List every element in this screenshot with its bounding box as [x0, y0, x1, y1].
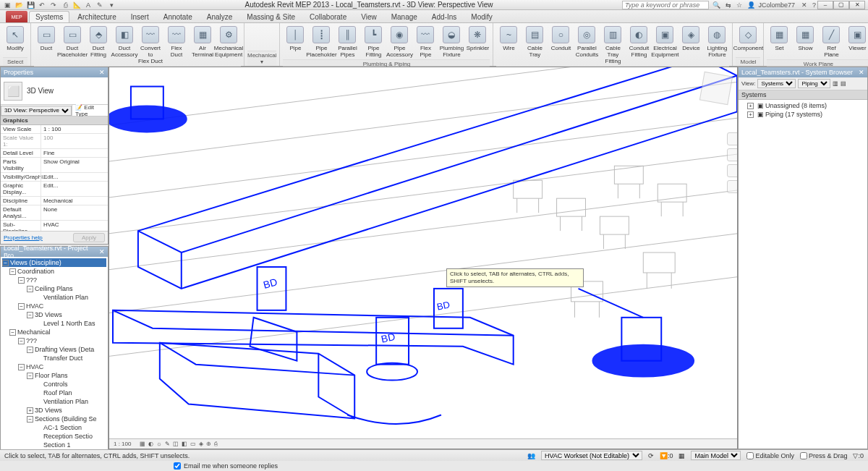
tree-toggle[interactable]: − [18, 303, 25, 310]
ribbon-button-convert-to-flex-duct[interactable]: 〰Convert to Flex Duct [138, 25, 163, 66]
zoom-icon[interactable] [727, 164, 738, 177]
ribbon-tab-add-ins[interactable]: Add-Ins [425, 11, 463, 22]
sync-icon[interactable]: ⟳ [648, 452, 654, 459]
edit-type-button[interactable]: 📝 Edit Type [72, 104, 108, 117]
properties-grid[interactable]: GraphicsView Scale1 : 100Scale Value 1:1… [1, 116, 108, 231]
ribbon-tab-manage[interactable]: Manage [385, 11, 424, 22]
ribbon-tab-analyze[interactable]: Analyze [200, 11, 239, 22]
ribbon-button-set[interactable]: ▦Set [767, 25, 791, 53]
ribbon-button-pipe-placeholder[interactable]: ┋Pipe Placeholder [309, 25, 333, 59]
property-row[interactable]: Parts VisibilityShow Original [1, 158, 108, 173]
ribbon-button-plumbing-fixture[interactable]: ◒Plumbing Fixture [439, 25, 464, 59]
tree-toggle[interactable]: − [2, 260, 9, 266]
ribbon-button-air-terminal[interactable]: ▦Air Terminal [190, 25, 215, 59]
user-label[interactable]: 👤 JColombe77 [746, 1, 798, 9]
print-icon[interactable]: ⎙ [61, 1, 69, 9]
ribbon-button-cable-tray-fitting[interactable]: ▥Cable Tray Fitting [600, 25, 625, 66]
workset-icon[interactable]: 👥 [527, 452, 535, 459]
panel-close-icon[interactable]: ✕ [859, 69, 864, 76]
minimize-button[interactable]: – [817, 1, 833, 9]
view-control-icon[interactable]: ◐ [147, 441, 155, 447]
ribbon-button-component[interactable]: ◇Component [736, 25, 760, 53]
ribbon-button-cable-tray[interactable]: ▤Cable Tray [522, 25, 547, 59]
measure-icon[interactable]: 📐 [72, 1, 81, 9]
tree-toggle[interactable]: − [27, 373, 33, 379]
ribbon-button-parallel-conduits[interactable]: ◎Parallel Conduits [574, 25, 599, 59]
view-control-icon[interactable]: ⊕ [205, 441, 213, 447]
view-control-icon[interactable]: ◈ [197, 441, 205, 447]
tree-node[interactable]: Transfer Duct [2, 354, 106, 362]
view-control-icon[interactable]: ▭ [189, 441, 197, 447]
ribbon-button-duct-fitting[interactable]: ⬘Duct Fitting [86, 25, 111, 59]
viewport-3d[interactable]: BD BD BD [109, 67, 738, 449]
tree-toggle[interactable]: − [18, 277, 25, 284]
tree-toggle[interactable]: + [747, 111, 754, 118]
property-row[interactable]: Sub-DisciplineHVAC [1, 221, 108, 231]
ribbon-button-pipe[interactable]: │Pipe [283, 25, 307, 53]
tree-toggle[interactable]: − [9, 268, 16, 275]
system-browser-tree[interactable]: + ▣ Unassigned (8 items)+ ▣ Piping (17 s… [739, 100, 867, 449]
system-sub-select[interactable]: Piping [798, 79, 830, 88]
subscription-icon[interactable]: ⇆ [724, 1, 733, 9]
ribbon-button-lighting-fixture[interactable]: ◍Lighting Fixture [705, 25, 729, 59]
system-view-select[interactable]: Systems [757, 79, 796, 88]
ribbon-button-duct-accessory[interactable]: ◧Duct Accessory [112, 25, 137, 59]
apply-button[interactable]: Apply [73, 233, 105, 242]
tree-node[interactable]: −??? [2, 276, 106, 284]
maximize-button[interactable]: ▢ [833, 1, 849, 9]
tree-node[interactable]: −??? [2, 336, 106, 345]
ribbon-button-pipe-fitting[interactable]: ┗Pipe Fitting [361, 25, 386, 59]
ribbon-button-flex-duct[interactable]: 〰Flex Duct [164, 25, 189, 59]
tree-toggle[interactable]: + [27, 407, 33, 414]
design-options-icon[interactable]: ▦ [678, 452, 685, 459]
press-drag-checkbox[interactable] [800, 452, 807, 459]
ribbon-button-ref-plane[interactable]: ╱Ref Plane [819, 25, 843, 59]
filter-count[interactable]: 🔽:0 [660, 452, 673, 459]
ribbon-button-conduit-fitting[interactable]: ◐Conduit Fitting [626, 25, 651, 59]
app-button[interactable]: MEP [6, 11, 27, 22]
tree-node[interactable]: −HVAC [2, 362, 106, 371]
tree-node[interactable]: −Coordination [2, 267, 106, 276]
selection-filter-icon[interactable]: ▽:0 [853, 452, 864, 459]
ribbon-button-pipe-accessory[interactable]: ◉Pipe Accessory [387, 25, 412, 59]
view-control-icon[interactable]: ◫ [171, 441, 180, 447]
tree-toggle[interactable]: − [27, 416, 33, 423]
tree-node[interactable]: −HVAC [2, 302, 106, 310]
ribbon-tab-insert[interactable]: Insert [124, 11, 156, 22]
qat-icon[interactable]: ▾ [107, 1, 116, 9]
tree-node[interactable]: −Ceiling Plans [2, 284, 106, 293]
ribbon-button-flex-pipe[interactable]: 〰Flex Pipe [413, 25, 438, 59]
system-tree-node[interactable]: + ▣ Unassigned (8 items) [740, 101, 866, 110]
ribbon-button-duct-placeholder[interactable]: ▭Duct Placeholder [60, 25, 85, 59]
tree-node[interactable]: −3D Views [2, 310, 106, 319]
tree-node[interactable]: −Mechanical [2, 328, 106, 336]
ribbon-tab-modify[interactable]: Modify [464, 11, 498, 22]
view-control-icon[interactable]: ▦ [138, 441, 147, 447]
view-control-icon[interactable]: ◧ [180, 441, 189, 447]
property-row[interactable]: Visibility/Graphi...Edit... [1, 173, 108, 182]
steering-wheel-icon[interactable] [727, 132, 738, 145]
tree-node[interactable]: Ventilation Plan [2, 397, 106, 406]
help-icon[interactable]: ? [811, 1, 817, 9]
tree-node[interactable]: −Drafting Views (Deta [2, 345, 106, 354]
property-row[interactable]: Detail LevelFine [1, 149, 108, 158]
design-option-select[interactable]: Main Model [691, 451, 741, 460]
tree-toggle[interactable]: + [747, 103, 754, 109]
ribbon-button-sprinkler[interactable]: ❋Sprinkler [465, 25, 490, 53]
tree-toggle[interactable]: − [9, 329, 16, 336]
type-selector[interactable]: ⬜ 3D View [1, 77, 108, 105]
undo-icon[interactable]: ↶ [38, 1, 46, 9]
tree-node[interactable]: Roof Plan [2, 389, 106, 397]
close-button[interactable]: ✕ [849, 1, 865, 9]
panel-close-icon[interactable]: ✕ [99, 248, 105, 255]
tree-node[interactable]: Ventilation Plan [2, 293, 106, 302]
tree-toggle[interactable]: − [18, 364, 25, 370]
tree-node[interactable]: Reception Sectio [2, 432, 106, 441]
view-control-icon[interactable]: ☼ [155, 441, 163, 447]
ribbon-button-device[interactable]: ◈Device [678, 25, 703, 53]
tree-node[interactable]: +3D Views [2, 406, 106, 415]
qat-icon[interactable]: A [84, 1, 93, 9]
filter-icon[interactable]: ▤ [841, 80, 846, 87]
help-search-input[interactable] [622, 1, 709, 9]
qat-icon[interactable]: ✎ [95, 1, 104, 9]
